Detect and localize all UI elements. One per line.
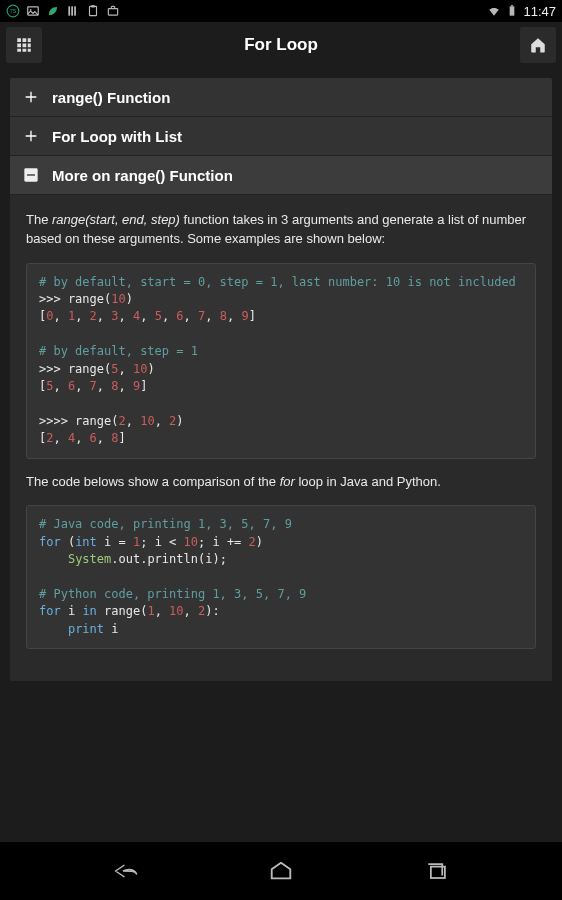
briefcase-icon [106,4,120,18]
svg-rect-11 [511,5,513,6]
svg-rect-9 [108,9,117,15]
accordion-header-for-loop-list[interactable]: For Loop with List [10,117,552,156]
plus-icon [22,88,40,106]
accordion-header-range-function[interactable]: range() Function [10,78,552,117]
intro-text: The range(start, end, step) function tak… [26,211,536,249]
menu-grid-button[interactable] [6,27,42,63]
svg-rect-4 [68,6,70,15]
content-area: range() Function For Loop with List More… [0,68,562,842]
system-nav-bar [0,842,562,900]
svg-rect-14 [28,38,31,42]
page-title: For Loop [42,35,520,55]
leaf-icon [46,4,60,18]
plus-icon [22,127,40,145]
svg-text:75: 75 [10,8,16,14]
svg-rect-10 [510,6,515,15]
minus-icon [22,166,40,184]
home-icon [529,36,547,54]
svg-rect-13 [23,38,27,42]
badge-icon: 75 [6,4,20,18]
svg-rect-19 [23,49,27,52]
status-bar: 75 11:47 [0,0,562,22]
svg-rect-15 [17,44,21,48]
svg-rect-17 [28,44,31,48]
svg-rect-5 [71,6,73,15]
status-time: 11:47 [523,4,556,19]
image-icon [26,4,40,18]
svg-rect-16 [23,44,27,48]
code-block-1: # by default, start = 0, step = 1, last … [26,263,536,459]
status-left: 75 [6,4,120,18]
clipboard-icon [86,4,100,18]
home-nav-button[interactable] [251,851,311,891]
accordion-title: range() Function [52,89,170,106]
accordion-body: The range(start, end, step) function tak… [10,195,552,681]
grid-icon [15,36,33,54]
svg-rect-22 [27,174,35,175]
recent-apps-button[interactable] [407,851,467,891]
accordion-header-more-range[interactable]: More on range() Function [10,156,552,195]
svg-rect-18 [17,49,21,52]
svg-rect-8 [91,5,95,7]
wifi-icon [487,4,501,18]
svg-rect-20 [28,49,31,52]
home-outline-icon [268,859,294,883]
status-right: 11:47 [487,4,556,19]
accordion-title: For Loop with List [52,128,182,145]
back-icon [111,859,141,883]
accordion-title: More on range() Function [52,167,233,184]
svg-rect-12 [17,38,21,42]
accordion: range() Function For Loop with List More… [10,78,552,681]
svg-rect-7 [90,6,97,15]
code-block-2: # Java code, printing 1, 3, 5, 7, 9 for … [26,505,536,649]
back-button[interactable] [96,851,156,891]
battery-icon [505,4,519,18]
app-bar: For Loop [0,22,562,68]
svg-rect-6 [74,6,76,15]
recent-icon [423,859,451,883]
bars-icon [66,4,80,18]
home-button[interactable] [520,27,556,63]
comparison-text: The code belows show a comparison of the… [26,473,536,492]
